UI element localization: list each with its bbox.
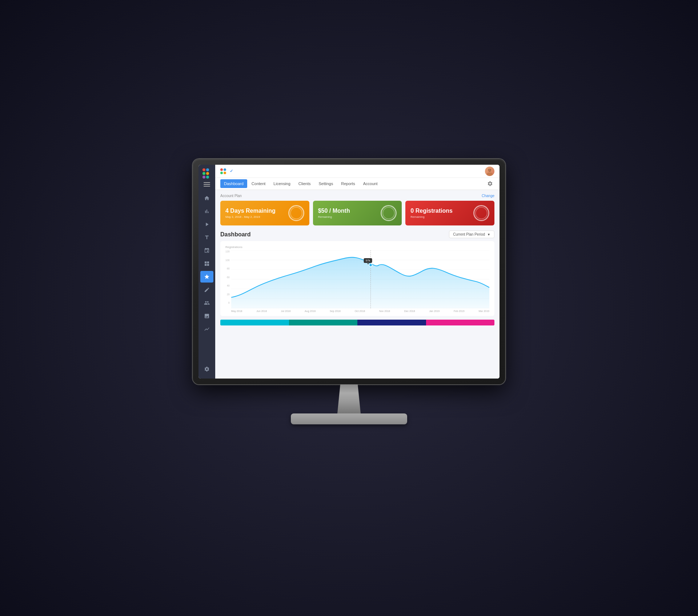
sidebar-item-settings[interactable] [200, 363, 213, 375]
y-tick-40: 40 [225, 284, 230, 287]
logo-dot-orange [206, 172, 209, 175]
chart-y-axis: 120 100 80 60 40 20 0 [225, 250, 230, 308]
plan-card-reg-text: 0 Registrations Remaining [410, 208, 453, 219]
chart-area: 97k [231, 250, 489, 308]
sidebar-item-video[interactable] [200, 219, 213, 230]
header-logo-dots [220, 168, 228, 174]
plan-card-cost-circle-inner [382, 207, 395, 219]
dashboard-title: Dashboard [220, 231, 251, 238]
sidebar-item-users[interactable] [200, 297, 213, 309]
avatar-face [485, 167, 494, 176]
period-dropdown[interactable]: Current Plan Period ▼ [449, 231, 494, 238]
sidebar-item-home[interactable] [200, 192, 213, 204]
plan-card-reg-circle [473, 205, 489, 221]
plan-card-days-circle-inner [290, 207, 302, 219]
monitor-stand-base [291, 413, 407, 424]
y-tick-80: 80 [225, 267, 230, 270]
plan-card-reg-title: 0 Registrations [410, 208, 453, 214]
logo-dot-blue [206, 168, 209, 171]
sidebar-item-text[interactable] [200, 232, 213, 243]
plan-card-cost-text: $50 / Month Remaining [318, 208, 350, 219]
x-label-jan19: Jan 2019 [429, 310, 440, 312]
header-dot-2 [224, 168, 226, 171]
color-bar-cyan [220, 320, 289, 325]
y-tick-100: 100 [225, 259, 230, 261]
period-dropdown-label: Current Plan Period [453, 232, 485, 236]
menu-button[interactable] [201, 179, 213, 189]
tab-reports[interactable]: Reports [337, 179, 359, 188]
svg-point-1 [487, 172, 493, 176]
tab-account[interactable]: Account [360, 179, 381, 188]
chart-svg [231, 250, 489, 308]
monitor-stand-neck [334, 384, 364, 413]
svg-point-0 [488, 168, 492, 172]
sidebar-item-chart-line[interactable] [200, 323, 213, 335]
avatar-icon [485, 167, 494, 176]
sidebar-item-analytics[interactable] [200, 205, 213, 217]
sidebar-item-star[interactable] [200, 271, 213, 283]
monitor-screen: ✓ [198, 165, 500, 379]
x-label-mar19: Mar 2019 [478, 310, 489, 312]
color-bar-teal [289, 320, 358, 325]
y-tick-120: 120 [225, 250, 230, 253]
scene: ✓ [185, 159, 513, 457]
plan-card-registrations: 0 Registrations Remaining [405, 201, 494, 225]
plan-card-cost: $50 / Month Remaining [313, 201, 402, 225]
header-dot-1 [220, 168, 223, 171]
plan-card-cost-title: $50 / Month [318, 208, 350, 214]
hamburger-line-3 [204, 186, 210, 187]
chevron-down-icon: ▼ [487, 233, 490, 236]
plan-cards: 4 Days Remaining May 2, 2018 - May 2, 20… [220, 201, 494, 225]
monitor: ✓ [193, 159, 505, 384]
header-logo-mark: ✓ [230, 169, 233, 173]
y-tick-60: 60 [225, 276, 230, 279]
plan-card-days: 4 Days Remaining May 2, 2018 - May 2, 20… [220, 201, 309, 225]
x-label-feb19: Feb 2019 [454, 310, 465, 312]
svg-point-3 [490, 169, 491, 170]
tab-content[interactable]: Content [248, 179, 269, 188]
tooltip-value: 97k [366, 259, 370, 262]
plan-card-cost-circle [381, 205, 397, 221]
user-avatar[interactable] [485, 167, 494, 176]
logo-dot-purple [202, 176, 205, 179]
plan-card-reg-circle-inner [475, 207, 488, 219]
tab-settings[interactable]: Settings [315, 179, 337, 188]
x-label-oct18: Oct 2018 [355, 310, 365, 312]
plan-card-days-circle [288, 205, 304, 221]
svg-point-12 [369, 264, 372, 267]
sidebar-item-edit[interactable] [200, 284, 213, 296]
tab-dashboard[interactable]: Dashboard [220, 179, 247, 188]
plan-card-cost-subtitle: Remaining [318, 215, 350, 219]
x-label-dec18: Dec 2018 [404, 310, 415, 312]
tab-clients[interactable]: Clients [295, 179, 314, 188]
header-dot-3 [220, 172, 223, 174]
logo-dot-green [202, 172, 205, 175]
content-area: Account Plan Change 4 Days Remaining May… [215, 190, 500, 379]
svg-point-2 [489, 169, 489, 170]
account-plan-label: Account Plan [220, 194, 242, 198]
sidebar-item-grid[interactable] [200, 258, 213, 269]
x-label-aug18: Aug 2018 [305, 310, 316, 312]
color-bar-pink [426, 320, 495, 325]
sidebar-item-calendar[interactable] [200, 245, 213, 256]
chart-tooltip: 97k [364, 258, 372, 263]
sidebar [198, 165, 215, 379]
color-bar-navy [357, 320, 426, 325]
dashboard-header: Dashboard Current Plan Period ▼ [220, 231, 494, 238]
sidebar-logo [202, 168, 212, 176]
logo-dot-red [202, 168, 205, 171]
settings-cog-icon[interactable] [486, 179, 494, 188]
plan-card-days-text: 4 Days Remaining May 2, 2018 - May 2, 20… [225, 208, 276, 219]
hamburger-line-1 [204, 182, 210, 183]
header-dot-4 [224, 172, 226, 174]
sidebar-item-image[interactable] [200, 310, 213, 322]
tab-licensing[interactable]: Licensing [270, 179, 294, 188]
nav-tabs: Dashboard Content Licensing Clients Sett… [215, 178, 500, 190]
plan-card-days-title: 4 Days Remaining [225, 208, 276, 214]
header-logo: ✓ [220, 168, 233, 174]
chart-container: Registrations 120 100 80 60 40 20 0 [220, 241, 494, 316]
chart-x-labels: May 2018 Jun 2018 Jul 2018 Aug 2018 Sep … [231, 310, 489, 312]
main-content: ✓ [215, 165, 500, 379]
change-plan-link[interactable]: Change [482, 194, 494, 198]
color-bars [220, 320, 494, 325]
